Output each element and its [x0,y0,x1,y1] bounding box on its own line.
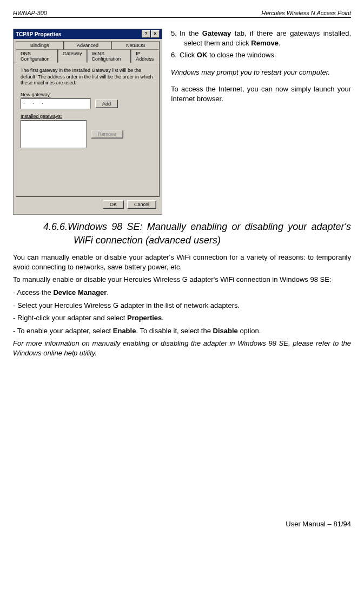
tab-ip[interactable]: IP Address [131,49,160,63]
bullet-1: - Access the Device Manager. [13,288,351,298]
tab-wins[interactable]: WINS Configuration [87,49,131,63]
bullet-3: - Right-click your adapter and select Pr… [13,313,351,323]
bullet-4: - To enable your adapter, select Enable.… [13,326,351,336]
intro-paragraph: You can manually enable or disable your … [13,253,351,272]
step-5: 5.In the Gateway tab, if there are gatew… [171,29,351,48]
tab-advanced[interactable]: Advanced [64,41,112,49]
section-number: 4.6.6. [43,221,68,232]
installed-gateways-label: Installed gateways: [21,114,155,119]
cancel-button[interactable]: Cancel [127,200,156,209]
tab-gateway[interactable]: Gateway [58,49,87,63]
add-button[interactable]: Add [95,100,118,108]
bullet-2: - Select your Hercules Wireless G adapte… [13,301,351,311]
restart-note: Windows may prompt you to restart your c… [171,68,351,77]
remove-button[interactable]: Remove [91,130,123,138]
header-right: Hercules Wireless N Access Point [261,10,351,16]
page-footer: User Manual – 81/94 [13,520,351,528]
dialog-title: TCP/IP Properties [16,31,61,37]
instruction-text: 5.In the Gateway tab, if there are gatew… [171,29,351,215]
screenshot-dialog: TCP/IP Properties ? × Bindings Advanced … [13,29,162,215]
section-heading: 4.6.6.Windows 98 SE: Manually enabling o… [43,220,351,247]
section-title: Windows 98 SE: Manually enabling or disa… [68,221,351,246]
tab-netbios[interactable]: NetBIOS [111,41,160,49]
more-info-paragraph: For more information on manually enablin… [13,339,351,358]
ip-input[interactable]: . . . [21,98,91,109]
panel-description: The first gateway in the Installed Gatew… [21,68,155,87]
close-icon[interactable]: × [151,30,160,38]
help-icon[interactable]: ? [142,30,150,38]
ok-button[interactable]: OK [103,200,124,209]
browser-note: To access the Internet, you can now simp… [171,84,351,104]
body-content: You can manually enable or disable your … [13,253,351,358]
new-gateway-label: New gateway: [21,92,155,97]
tab-dns[interactable]: DNS Configuration [16,49,58,63]
dialog-titlebar: TCP/IP Properties ? × [14,29,162,39]
header-left: HWNAP-300 [13,10,47,16]
tab-bindings[interactable]: Bindings [16,41,64,49]
howto-paragraph: To manually enable or disable your Hercu… [13,275,351,285]
page-header: HWNAP-300 Hercules Wireless N Access Poi… [13,10,351,18]
step-6: 6.Click OK to close the windows. [171,50,351,60]
installed-gateways-list[interactable] [21,120,87,148]
